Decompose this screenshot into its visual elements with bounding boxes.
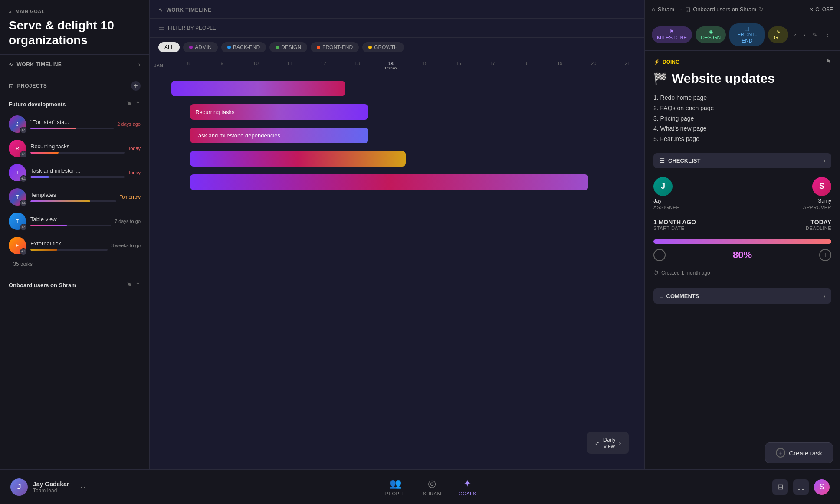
flag-status-icon: ⚑ xyxy=(825,58,831,66)
nav-item-shram[interactable]: ◎ SHRAM xyxy=(423,478,441,496)
tab-growth[interactable]: ∿ G... xyxy=(768,26,788,43)
nav-item-people[interactable]: 👥 PEOPLE xyxy=(385,478,406,496)
projects-list: Future developments ⚑ ⌃ J +4 "For later"… xyxy=(0,97,149,469)
approver-avatar: S xyxy=(812,177,831,196)
filter-icon: ⚌ xyxy=(158,24,164,32)
day-col: 10 xyxy=(239,61,273,70)
chart-icon: ∿ xyxy=(158,7,163,13)
edit-button[interactable]: ✎ xyxy=(810,29,820,40)
project-name: Templates xyxy=(30,192,116,198)
nav-next-button[interactable]: › xyxy=(801,29,808,40)
avatar: J +4 xyxy=(9,115,26,133)
middle-panel: ∿ WORK TIMELINE ⚌ FILTER BY PEOPLE ALL A… xyxy=(150,0,645,469)
nav-prev-button[interactable]: ‹ xyxy=(792,29,799,40)
breadcrumb: ⌂ Shram → ◱ Onboard users on Shram ↻ xyxy=(652,6,764,13)
progress-bar xyxy=(30,249,57,251)
group-name: Onboard users on Shram xyxy=(9,282,76,288)
project-item[interactable]: T +4 Task and mileston... Today xyxy=(5,160,144,185)
gantt-row xyxy=(171,171,640,193)
day-col: 20 xyxy=(577,61,610,70)
project-item[interactable]: J +4 "For later" sta... 2 days ago xyxy=(5,112,144,136)
increase-progress-button[interactable]: + xyxy=(819,249,831,261)
main-goal-title: Serve & delight 10 organizations xyxy=(9,18,141,47)
backend-dot xyxy=(227,46,231,49)
comments-toggle[interactable]: ≡ COMMENTS › xyxy=(653,288,831,304)
assignee-avatar: J xyxy=(653,177,673,196)
frontend-dot xyxy=(317,46,320,49)
tag-frontend-button[interactable]: FRONT-END xyxy=(311,42,359,52)
project-name: Table view xyxy=(30,216,111,223)
add-project-button[interactable]: + xyxy=(131,81,141,91)
tag-design-button[interactable]: DESIGN xyxy=(269,42,307,52)
growth-icon: ∿ xyxy=(776,29,781,35)
gantt-row: Recurring tasks xyxy=(171,101,640,123)
nav-item-goals[interactable]: ✦ GOALS xyxy=(459,478,476,496)
create-task-button[interactable]: + Create task xyxy=(765,442,833,463)
lightning-icon: ⚡ xyxy=(653,59,660,65)
chevron-right-icon: › xyxy=(824,157,825,164)
gantt-rows: Recurring tasks Task and milestone depen… xyxy=(150,74,644,198)
progress-bar xyxy=(30,128,76,129)
tag-growth-button[interactable]: GROWTH xyxy=(362,42,404,52)
daily-view-button[interactable]: ⤢ Daily view › xyxy=(587,432,629,454)
checklist-section: ☰ CHECKLIST › xyxy=(653,153,831,168)
filter-by-people-button[interactable]: FILTER BY PEOPLE xyxy=(168,25,216,31)
approver-label: APPROVER xyxy=(803,205,831,210)
work-timeline-bar[interactable]: ∿ WORK TIMELINE › xyxy=(0,55,149,75)
project-item[interactable]: T +4 Table view 7 days to go xyxy=(5,209,144,233)
close-button[interactable]: ✕ CLOSE xyxy=(809,7,833,13)
user-avatar: J xyxy=(10,478,28,496)
progress-section: − 80% + xyxy=(653,239,831,261)
group-name: Future developments xyxy=(9,101,66,108)
more-tasks: + 35 tasks xyxy=(5,258,144,271)
project-item[interactable]: T +4 Templates Tomorrow xyxy=(5,185,144,209)
left-panel: ⟁ MAIN GOAL Serve & delight 10 organizat… xyxy=(0,0,150,469)
assignee-section: J Jay ASSIGNEE S Samy APPROVER xyxy=(653,177,831,210)
sidebar-toggle-button[interactable]: ⊟ xyxy=(772,479,788,495)
project-item[interactable]: R +4 Recurring tasks Today xyxy=(5,136,144,160)
gantt-area: JAN 8 9 10 11 12 13 14 TODAY 15 16 17 18 xyxy=(150,57,644,469)
project-name: Task and mileston... xyxy=(30,167,125,174)
project-name: Recurring tasks xyxy=(30,143,125,150)
day-col: 9 xyxy=(205,61,239,70)
gantt-row xyxy=(171,78,640,99)
project-meta: 3 weeks to go xyxy=(111,243,141,248)
bottom-right-actions: ⊟ ⛶ S xyxy=(772,479,830,495)
tab-design[interactable]: ◈ DESIGN xyxy=(696,26,726,43)
tab-frontend[interactable]: ◫ FRONT-END xyxy=(729,23,765,46)
timeline-icon: ∿ xyxy=(9,62,13,68)
gantt-bar xyxy=(190,174,588,190)
month-label: JAN xyxy=(150,63,171,68)
day-col: 19 xyxy=(543,61,577,70)
tag-bar: ALL ADMIN BACK-END DESIGN FRONT-END GROW… xyxy=(150,38,644,57)
avatar: T +4 xyxy=(9,213,26,230)
project-meta: Today xyxy=(128,146,141,151)
folder-icon: ◱ xyxy=(685,6,690,13)
day-col: 11 xyxy=(273,61,307,70)
project-meta: 7 days to go xyxy=(115,219,141,224)
fullscreen-button[interactable]: ⛶ xyxy=(793,479,809,495)
day-col: 16 xyxy=(442,61,476,70)
project-name: "For later" sta... xyxy=(30,119,114,125)
day-col: 15 xyxy=(408,61,442,70)
settings-button[interactable]: S xyxy=(814,479,830,495)
user-info: J Jay Gadekar Team lead ⋯ xyxy=(10,478,89,496)
tag-backend-button[interactable]: BACK-END xyxy=(221,42,266,52)
checklist-toggle[interactable]: ☰ CHECKLIST › xyxy=(653,153,831,168)
tag-all-button[interactable]: ALL xyxy=(158,42,180,52)
main-goal-label: ⟁ MAIN GOAL xyxy=(9,9,141,14)
more-options-button[interactable]: ⋮ xyxy=(822,29,833,40)
growth-dot xyxy=(368,46,372,49)
tab-milestone[interactable]: ⚑ MILESTONE xyxy=(652,26,692,43)
expand-icon: ⤢ xyxy=(595,440,600,446)
flag-icon: ⚑ xyxy=(126,281,132,289)
decrease-progress-button[interactable]: − xyxy=(653,249,666,261)
dates-section: 1 MONTH AGO START DATE TODAY DEADLINE xyxy=(653,219,831,231)
clock-icon: ⏱ xyxy=(653,270,659,276)
created-info: ⏱ Created 1 month ago xyxy=(653,270,831,276)
tag-admin-button[interactable]: ADMIN xyxy=(183,42,218,52)
user-more-button[interactable]: ⋯ xyxy=(74,481,89,494)
project-item[interactable]: E +4 External tick... 3 weeks to go xyxy=(5,233,144,258)
plus-circle-icon: + xyxy=(776,448,785,458)
bottom-nav: 👥 PEOPLE ◎ SHRAM ✦ GOALS xyxy=(385,478,476,496)
